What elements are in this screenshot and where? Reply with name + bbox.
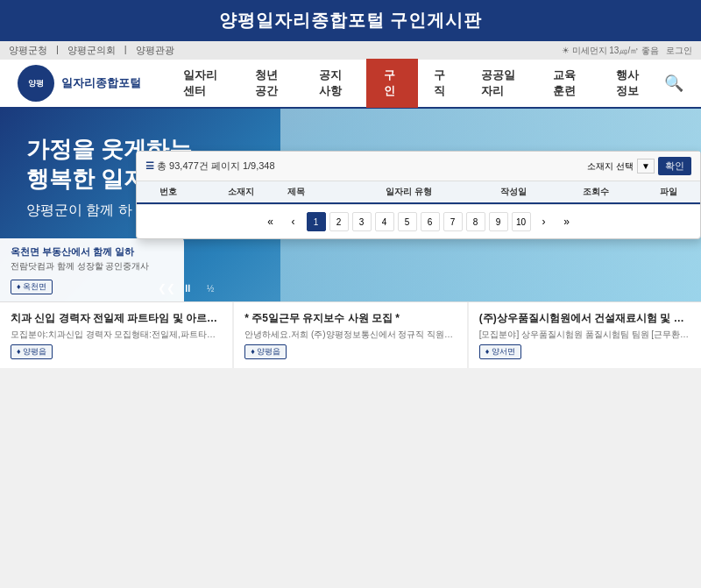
table-thead: 번호 소재지 제목 일자리 유형 작성일 조회수 파일 <box>137 181 700 203</box>
page-6[interactable]: 6 <box>421 212 440 231</box>
col-num: 번호 <box>137 181 200 203</box>
bottom-card-3: (주)상우품질시험원에서 건설재료시험 및 품질... [모집분야] 상우품질시… <box>468 302 701 368</box>
slide-card-desc: 전람닷컴과 함께 성장할 공인중개사 <box>11 260 173 273</box>
card-2-desc: 안녕하세요.저희 (주)양평정보통신에서 정규직 직원을 채용 <box>244 329 456 341</box>
col-type: 일자리 유형 <box>345 181 472 203</box>
search-icon[interactable]: 🔍 <box>664 74 683 93</box>
slide-card: 옥천면 부동산에서 함께 일하 전람닷컴과 함께 성장할 공인중개사 ♦ 옥천면 <box>0 238 184 301</box>
pause-icon[interactable]: ⏸ <box>182 282 193 294</box>
filter-dropdown-icon[interactable]: ▼ <box>637 159 655 174</box>
top-banner: 양평일자리종합포털 구인게시판 <box>0 0 701 41</box>
page-7[interactable]: 7 <box>443 212 463 231</box>
page-4[interactable]: 4 <box>375 212 394 231</box>
slide-tag-label: ♦ 옥천면 <box>11 280 53 294</box>
slide-tag: ♦ 옥천면 <box>11 276 173 294</box>
subnav-item-1[interactable]: 양평군청 <box>9 44 47 57</box>
subnav-sep: | <box>56 44 59 57</box>
slide-card-title: 옥천면 부동산에서 함께 일하 <box>11 245 173 259</box>
filter-label: 소재지 선택 <box>587 160 634 173</box>
banner-title: 양평일자리종합포털 구인게시판 <box>219 11 483 30</box>
sub-nav-links: 양평군청 | 양평군의회 | 양평관광 <box>9 44 174 57</box>
bottom-card-2: * 주5일근무 유지보수 사원 모집 * 안녕하세요.저희 (주)양평정보통신에… <box>233 302 467 368</box>
nav-item-events[interactable]: 행사정보 <box>600 59 664 108</box>
login-link[interactable]: 로그인 <box>666 45 692 57</box>
job-table-overlay: ☰ 총 93,477건 페이지 1/9,348 소재지 선택 ▼ 확인 번호 소… <box>136 151 701 239</box>
job-table: 번호 소재지 제목 일자리 유형 작성일 조회수 파일 <box>137 181 700 204</box>
page-first[interactable]: « <box>261 212 280 231</box>
card-3-title[interactable]: (주)상우품질시험원에서 건설재료시험 및 품질... <box>479 311 690 326</box>
card-1-title[interactable]: 치과 신입 경력자 전일제 파트타임 및 아르바이... <box>11 311 222 326</box>
card-2-title[interactable]: * 주5일근무 유지보수 사원 모집 * <box>244 311 456 326</box>
logo-icon: 양평 <box>18 65 54 102</box>
page-8[interactable]: 8 <box>466 212 485 231</box>
logo[interactable]: 양평 일자리종합포털 <box>18 65 141 102</box>
prev-icon[interactable]: ❮❮ <box>158 282 175 294</box>
bottom-cards: 치과 신입 경력자 전일제 파트타임 및 아르바이... 모집분야:치과신입 경… <box>0 301 701 368</box>
page-9[interactable]: 9 <box>489 212 508 231</box>
card-1-tag: ♦ 양평읍 <box>11 344 53 359</box>
col-loc: 소재지 <box>200 181 282 203</box>
table-header-bar: ☰ 총 93,477건 페이지 1/9,348 소재지 선택 ▼ 확인 <box>137 152 700 181</box>
sub-nav-right: ☀ 미세먼지 13㎍/㎥ 좋음 로그인 <box>562 45 692 57</box>
card-2-tag: ♦ 양평읍 <box>244 344 287 359</box>
nav-item-public[interactable]: 공공일자리 <box>465 59 537 108</box>
nav-item-edu[interactable]: 교육훈련 <box>537 59 601 108</box>
pagination: « ‹ 1 2 3 4 5 6 7 8 9 10 › » <box>137 204 700 238</box>
hero-section: 가정을 웃게하는 행복한 일자 양평군이 함께 하 옥천면 부동산에서 함께 일… <box>0 109 701 301</box>
subnav-item-3[interactable]: 양평관광 <box>136 44 174 57</box>
hero-nav: ❮❮ ⏸ ½ <box>158 282 214 294</box>
page-5[interactable]: 5 <box>398 212 417 231</box>
card-3-desc: [모집분야] 상우품질시험원 품질시험팀 팀원 [근무환경] - 경기 <box>479 329 690 341</box>
subnav-sep2: | <box>124 44 127 57</box>
nav-item-notice[interactable]: 공지사항 <box>303 59 367 108</box>
nav-item-hire[interactable]: 구인 <box>366 59 417 108</box>
page-last[interactable]: » <box>557 212 577 231</box>
page-10[interactable]: 10 <box>512 212 531 231</box>
slide-counter: ½ <box>207 284 214 294</box>
subnav-item-2[interactable]: 양평군의회 <box>67 44 116 57</box>
nav-item-youth[interactable]: 청년공간 <box>239 59 303 108</box>
col-file: 파일 <box>637 181 700 203</box>
logo-text: 일자리종합포털 <box>61 75 141 91</box>
col-date: 작성일 <box>472 181 555 203</box>
filter-confirm-button[interactable]: 확인 <box>658 157 691 175</box>
main-nav: 양평 일자리종합포털 일자리센터 청년공간 공지사항 구인 구직 공공일자리 교… <box>0 60 701 109</box>
card-1-desc: 모집분야:치과신입 경력자 모집형태:전일제,파트타임 및 아르바 <box>11 329 222 341</box>
page-1[interactable]: 1 <box>307 212 326 231</box>
total-count-text: 총 93,477건 페이지 1/9,348 <box>157 160 275 171</box>
card-3-tag: ♦ 양서면 <box>479 344 521 359</box>
nav-items: 일자리센터 청년공간 공지사항 구인 구직 공공일자리 교육훈련 행사정보 <box>167 59 664 108</box>
page-next[interactable]: › <box>535 212 554 231</box>
weather-info: ☀ 미세먼지 13㎍/㎥ 좋음 <box>562 45 659 57</box>
total-count: ☰ 총 93,477건 페이지 1/9,348 <box>145 159 578 173</box>
bottom-card-1: 치과 신입 경력자 전일제 파트타임 및 아르바이... 모집분야:치과신입 경… <box>0 302 233 368</box>
page-2[interactable]: 2 <box>329 212 349 231</box>
sub-nav: 양평군청 | 양평군의회 | 양평관광 ☀ 미세먼지 13㎍/㎥ 좋음 로그인 <box>0 41 701 60</box>
filter-area: 소재지 선택 ▼ 확인 <box>587 157 691 175</box>
col-views: 조회수 <box>555 181 637 203</box>
col-title: 제목 <box>282 181 345 203</box>
page-prev[interactable]: ‹ <box>284 212 303 231</box>
nav-item-seek[interactable]: 구직 <box>418 59 465 108</box>
nav-item-job-center[interactable]: 일자리센터 <box>167 59 239 108</box>
content-area: 가정을 웃게하는 행복한 일자 양평군이 함께 하 옥천면 부동산에서 함께 일… <box>0 109 701 301</box>
page-3[interactable]: 3 <box>352 212 372 231</box>
